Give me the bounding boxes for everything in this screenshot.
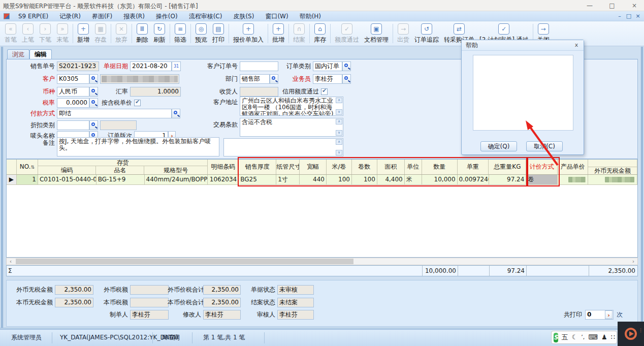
grid-menu-icon[interactable]: ∷ [611, 331, 615, 343]
dept-field[interactable]: 销售部 [240, 74, 270, 84]
mdi-minimize-icon[interactable]: – [616, 13, 624, 19]
toolbar-prev: ‹上笔 [19, 22, 37, 45]
payment-field[interactable]: 即结 [57, 109, 172, 118]
currency-field[interactable]: 人民币 [57, 87, 89, 97]
menu-workflow[interactable]: 流程审核(C) [183, 11, 228, 21]
col-header-no[interactable]: NO.⇅ [17, 160, 38, 174]
col-header-spec[interactable]: 规格型号 [144, 166, 207, 174]
sogou-logo-icon[interactable]: S [554, 333, 558, 342]
menu-window[interactable]: 窗口(W) [260, 11, 294, 21]
scrollbar-thumb[interactable] [16, 259, 353, 264]
toolbar-label: 上笔 [22, 36, 34, 44]
customer-po-field[interactable] [240, 61, 278, 71]
ship-icon: → [398, 23, 409, 35]
remark-textarea[interactable]: 按J, 天地盒，打井字带，外包缠绕膜。外包装加贴客户唛头。 [57, 137, 219, 156]
trade-terms-textarea[interactable]: 含运不含税 ∧ ∨ [240, 118, 343, 137]
cell-unit-price-redacted[interactable] [558, 175, 588, 185]
mdi-close-icon[interactable]: × [634, 13, 642, 19]
toolbar-doc-mgmt[interactable]: ▣文档管理 [362, 22, 391, 45]
print-count-spinner-icon[interactable]: › [605, 310, 613, 319]
toolbar-separator [330, 24, 331, 43]
redaction-blur [605, 177, 634, 182]
customer-lookup-icon[interactable] [89, 74, 98, 84]
redaction-blur [568, 177, 586, 182]
toolbar-delete[interactable]: Ⅲ删除 [134, 22, 151, 45]
menu-skin[interactable]: 皮肤(S) [228, 11, 260, 21]
discount-cat-field[interactable] [57, 120, 89, 130]
menu-record[interactable]: 记录(R) [54, 11, 86, 21]
cell-fc-amount-redacted[interactable] [588, 175, 637, 185]
scroll-down-icon[interactable]: ∨ [336, 130, 342, 136]
order-type-lookup-icon[interactable] [342, 61, 351, 71]
tab-edit[interactable]: 编辑 [29, 49, 52, 59]
salesman-field[interactable]: 李桂芬 [313, 74, 342, 84]
toolbar-refresh[interactable]: ↻刷新 [151, 22, 168, 45]
salesman-lookup-icon[interactable] [342, 74, 351, 84]
tax-included-checkbox[interactable]: ✔ [134, 100, 141, 106]
payment-lookup-icon[interactable] [172, 109, 180, 118]
help-dialog-title[interactable]: 帮助 [462, 40, 584, 51]
scroll-up-icon[interactable]: ∧ [336, 139, 342, 145]
toolbar-add[interactable]: +新增 [75, 22, 92, 45]
keyboard-icon[interactable]: ⌨ [588, 331, 598, 343]
scroll-down-icon[interactable]: ∨ [336, 150, 342, 155]
currency-lookup-icon[interactable] [89, 87, 98, 97]
dialog-close-icon[interactable]: x [572, 41, 581, 49]
cell-barcode[interactable]: 1062034 [208, 175, 239, 185]
toolbar-preview[interactable]: ◎预览 [192, 22, 210, 45]
customer-field[interactable]: K0305 [57, 74, 89, 84]
status-network: 局域网 [162, 330, 180, 346]
close-status-field: 未结案 [277, 298, 314, 307]
minimize-icon[interactable]: — [582, 1, 597, 10]
toolbar-filter[interactable]: ≡筛选 [172, 22, 189, 45]
col-header-fc-amount[interactable]: 外币无税金额 [588, 160, 637, 174]
grid-hscrollbar[interactable]: ‹ › [6, 258, 638, 265]
order-type-field[interactable]: 国内订单 [313, 61, 342, 71]
toolbar-order-track[interactable]: ↺订单追踪 [412, 22, 441, 45]
col-header-code[interactable]: 编码 [38, 166, 96, 174]
maximize-icon[interactable]: □ [604, 1, 620, 10]
mdi-restore-icon[interactable]: □ [625, 13, 633, 19]
cell-spec[interactable]: 440mm/24um/BOPP预涂... [145, 175, 208, 185]
col-header-name[interactable]: 品名 [96, 166, 144, 174]
person-icon[interactable]: ♟ [601, 331, 607, 343]
tab-browse[interactable]: 浏览 [7, 49, 29, 59]
punctuation-icon[interactable]: ’, [581, 331, 585, 343]
scroll-down-icon[interactable]: ∨ [336, 109, 342, 115]
toolbar-batch-add[interactable]: +批增 [270, 22, 287, 45]
scroll-right-icon[interactable]: › [630, 258, 637, 265]
cell-name[interactable]: BG-15+9 [96, 175, 145, 185]
menu-operation[interactable]: 操作(O) [150, 11, 183, 21]
moon-icon[interactable]: ☾ [572, 331, 578, 343]
tax-rate-field[interactable]: 0.0000 [57, 98, 89, 108]
cell-code[interactable]: C0101-015-0440-09 [38, 175, 96, 185]
menu-s9erp[interactable]: S9 ERP(E) [13, 11, 54, 21]
recorder-app-icon[interactable]: ⋮ [618, 322, 644, 346]
close-icon[interactable]: × [627, 1, 642, 10]
menu-help[interactable]: 帮助(H) [294, 11, 327, 21]
menu-interface[interactable]: 界面(F) [86, 11, 118, 21]
dept-lookup-icon[interactable] [270, 74, 278, 84]
calendar-icon[interactable]: 31 [172, 61, 181, 71]
toolbar-label: 刷新 [153, 36, 166, 44]
col-group-stock[interactable]: 存货 编码 品名 规格型号 [38, 160, 208, 174]
wubi-mode-icon[interactable]: 五 [562, 331, 568, 343]
dept-label: 部门 [203, 74, 238, 84]
tax-rate-lookup-icon[interactable] [89, 98, 98, 108]
doc-date-field[interactable]: 2021-08-20 [130, 61, 172, 71]
cell-no[interactable]: 1 [17, 175, 38, 185]
discount-cat-lookup-icon[interactable] [89, 120, 98, 130]
sum-qty: 10,000.00 [422, 266, 458, 276]
scroll-up-icon[interactable]: ∧ [336, 98, 342, 103]
col-header-barcode[interactable]: 明细条码 [208, 160, 239, 174]
customer-addr-textarea[interactable]: 广州白云区人和镇白米布秀水工业区8号一楼 （106国道，时利和海鲜酒家正对面, … [240, 97, 343, 116]
toolbar-print[interactable]: ▤打印 [210, 22, 227, 45]
scroll-left-icon[interactable]: ‹ [7, 258, 14, 265]
toolbar-add-quote[interactable]: +报价单加入 [231, 22, 266, 45]
toolbar-label: 打印 [212, 36, 224, 44]
scroll-up-icon[interactable]: ∧ [336, 119, 342, 124]
toolbar-inventory[interactable]: ⌂库存 [311, 22, 329, 45]
extra-textarea[interactable]: ∧ ∨ [223, 138, 343, 156]
credit-pass-checkbox[interactable]: ✔ [321, 88, 328, 95]
menu-report[interactable]: 报表(R) [118, 11, 150, 21]
